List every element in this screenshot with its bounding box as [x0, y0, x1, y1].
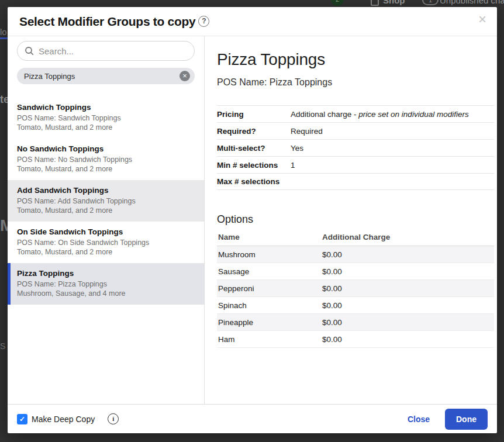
options-col-charge: Additional Charge	[321, 233, 494, 246]
background-text-fragment: te	[0, 94, 8, 106]
dialog-header: Select Modifier Groups to copy ? ×	[8, 7, 497, 36]
list-item-sandwich-toppings[interactable]: Sandwich Toppings POS Name: Sandwich Top…	[8, 97, 204, 139]
table-row: Pineapple $0.00	[217, 314, 494, 331]
option-name: Ham	[217, 331, 321, 348]
search-box[interactable]	[17, 41, 195, 61]
group-summary: Tomato, Mustard, and 2 more	[17, 206, 195, 215]
option-charge: $0.00	[321, 331, 494, 348]
background-topbar: 2 Shop 1 Unpublished cha	[0, 0, 504, 7]
shop-link: Shop	[383, 0, 405, 5]
help-icon[interactable]: ?	[198, 16, 209, 27]
options-heading: Options	[217, 213, 494, 226]
option-name: Pepperoni	[217, 280, 321, 297]
dialog-footer: ✓ Make Deep Copy i Close Done	[8, 404, 497, 433]
property-label: Required?	[217, 127, 291, 136]
chip-remove-icon[interactable]: ×	[179, 71, 190, 81]
close-icon[interactable]: ×	[476, 10, 489, 29]
pricing-value-plain: Additional charge -	[291, 110, 358, 119]
options-header-row: Name Additional Charge	[217, 233, 494, 246]
make-deep-copy-checkbox[interactable]: ✓	[17, 414, 27, 424]
list-item-add-sandwich-toppings[interactable]: Add Sandwich Toppings POS Name: Add Sand…	[8, 180, 204, 222]
group-summary: Tomato, Mustard, and 2 more	[17, 247, 195, 257]
filter-chip-row: Pizza Toppings ×	[8, 68, 204, 84]
detail-title: Pizza Toppings	[217, 50, 494, 69]
background-link-underline	[0, 37, 8, 39]
options-table: Name Additional Charge Mushroom $0.00 Sa…	[217, 233, 494, 348]
modifier-group-list-panel: Pizza Toppings × Sandwich Toppings POS N…	[8, 36, 205, 404]
option-charge: $0.00	[321, 280, 494, 297]
dialog-title: Select Modifier Groups to copy	[19, 15, 195, 29]
option-name: Sausage	[217, 263, 321, 280]
group-pos-name: POS Name: On Side Sandwich Toppings	[17, 238, 195, 247]
background-left-edge: lo te M S	[0, 7, 8, 433]
table-row: Ham $0.00	[217, 331, 494, 348]
option-name: Mushroom	[217, 246, 321, 263]
unpublished-changes-label: Unpublished cha	[440, 0, 504, 5]
screen: 2 Shop 1 Unpublished cha lo te M S Selec…	[0, 0, 504, 442]
options-col-name: Name	[217, 233, 321, 246]
group-pos-name: POS Name: No Sandwich Toppings	[17, 155, 195, 164]
info-icon[interactable]: i	[108, 413, 119, 424]
group-pos-name: POS Name: Pizza Toppings	[17, 279, 195, 289]
option-name: Spinach	[217, 297, 321, 314]
shop-bag-icon	[371, 0, 379, 6]
property-value: 1	[291, 161, 295, 170]
property-value: Additional charge - price set on individ…	[291, 110, 469, 119]
list-item-no-sandwich-toppings[interactable]: No Sandwich Toppings POS Name: No Sandwi…	[8, 139, 204, 180]
option-charge: $0.00	[321, 246, 494, 263]
notification-badge: 2	[331, 0, 344, 6]
unpublished-count-badge: 1	[422, 0, 439, 5]
search-input[interactable]	[39, 46, 187, 56]
pricing-value-italic: price set on individual modifiers	[358, 110, 468, 119]
property-list: Pricing Additional charge - price set on…	[217, 105, 494, 190]
property-row-multi-select: Multi-select? Yes	[217, 139, 494, 156]
property-row-max-selections: Max # selections	[217, 173, 494, 190]
option-charge: $0.00	[321, 263, 494, 280]
search-filter-chip: Pizza Toppings ×	[17, 68, 195, 84]
background-text-fragment: lo	[0, 27, 7, 37]
detail-pos-name: POS Name: Pizza Toppings	[217, 77, 494, 88]
group-name: On Side Sandwich Toppings	[17, 227, 195, 236]
group-name: Pizza Toppings	[17, 269, 195, 278]
select-modifier-groups-dialog: Select Modifier Groups to copy ? ×	[8, 7, 497, 433]
search-icon	[25, 46, 34, 56]
table-row: Spinach $0.00	[217, 297, 494, 314]
modifier-group-list: Sandwich Toppings POS Name: Sandwich Top…	[8, 97, 204, 305]
property-value: Yes	[291, 144, 303, 153]
group-summary: Tomato, Mustard, and 2 more	[17, 164, 195, 174]
group-name: Sandwich Toppings	[17, 103, 195, 112]
background-text-fragment: S	[0, 341, 5, 351]
table-row: Mushroom $0.00	[217, 246, 494, 263]
option-charge: $0.00	[321, 297, 494, 314]
list-item-on-side-sandwich-toppings[interactable]: On Side Sandwich Toppings POS Name: On S…	[8, 222, 204, 263]
property-value: Required	[291, 127, 323, 136]
search-area	[8, 41, 204, 61]
group-pos-name: POS Name: Add Sandwich Toppings	[17, 196, 195, 206]
list-item-pizza-toppings[interactable]: Pizza Toppings POS Name: Pizza Toppings …	[8, 263, 204, 305]
group-name: Add Sandwich Toppings	[17, 186, 195, 195]
property-label: Pricing	[217, 110, 291, 119]
close-button[interactable]: Close	[408, 415, 430, 424]
property-row-pricing: Pricing Additional charge - price set on…	[217, 105, 494, 122]
option-name: Pineapple	[217, 314, 321, 331]
modifier-group-detail-panel: Pizza Toppings POS Name: Pizza Toppings …	[205, 36, 497, 404]
property-row-min-selections: Min # selections 1	[217, 156, 494, 173]
make-deep-copy-label: Make Deep Copy	[32, 415, 95, 424]
group-name: No Sandwich Toppings	[17, 144, 195, 153]
dialog-body: Pizza Toppings × Sandwich Toppings POS N…	[8, 36, 497, 404]
group-summary: Tomato, Mustard, and 2 more	[17, 123, 195, 132]
table-row: Sausage $0.00	[217, 263, 494, 280]
chip-label: Pizza Toppings	[24, 72, 75, 81]
done-button[interactable]: Done	[445, 409, 488, 430]
group-pos-name: POS Name: Sandwich Toppings	[17, 113, 195, 123]
property-row-required: Required? Required	[217, 122, 494, 139]
property-label: Min # selections	[217, 161, 291, 170]
property-label: Multi-select?	[217, 144, 291, 153]
background-text-fragment: M	[0, 216, 8, 235]
option-charge: $0.00	[321, 314, 494, 331]
group-summary: Mushroom, Sausage, and 4 more	[17, 289, 195, 298]
property-label: Max # selections	[217, 177, 291, 186]
table-row: Pepperoni $0.00	[217, 280, 494, 297]
